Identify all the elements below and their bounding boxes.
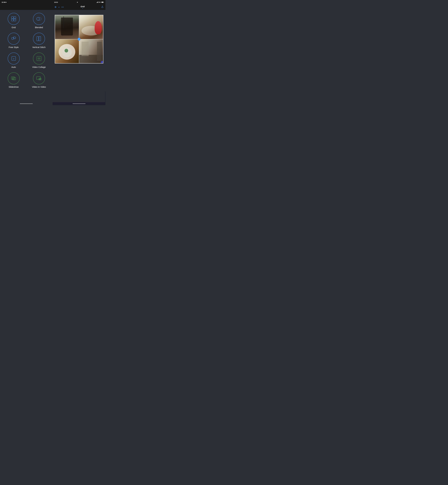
home-bar-right [72, 103, 86, 104]
svg-rect-7 [11, 37, 14, 40]
grid-icon-circle [8, 13, 20, 25]
mode-item-videoinvideo[interactable]: Video in Video [27, 72, 51, 88]
blended-label: Blended [35, 26, 43, 29]
freestyle-icon-circle [8, 33, 20, 45]
signal-bar-1 [96, 2, 97, 3]
header-bar: ⚙ ‹ ••• Grid ∨ [53, 4, 105, 10]
svg-rect-4 [14, 19, 16, 21]
bottom-toolbar: Photo Layout Shape [105, 91, 105, 102]
mode-item-verticalstitch[interactable]: Vertical Stitch [27, 33, 51, 49]
header-title-chevron[interactable]: ∨ [82, 8, 83, 9]
collage-divider-dot[interactable] [78, 38, 80, 40]
mode-selector-panel: Grid Blended [0, 10, 53, 91]
mode-item-videocollage[interactable]: Video Collage [27, 53, 51, 68]
slideshow-icon-circle [8, 72, 20, 84]
collage-cell-2 [79, 15, 103, 39]
header-title-text: Grid [80, 6, 85, 8]
mode-item-blended[interactable]: Blended [27, 13, 51, 29]
collage-preview [55, 15, 103, 64]
mode-item-freestyle[interactable]: Free Style [2, 33, 25, 49]
collage-preview-panel [53, 10, 105, 91]
verticalstitch-label: Vertical Stitch [32, 46, 46, 49]
settings-icon[interactable]: ⚙ [55, 6, 56, 8]
slideshow-icon [11, 75, 17, 81]
collage-cell-1 [55, 15, 79, 39]
left-time: 10:06 [2, 1, 5, 3]
signal-bar-2 [97, 2, 97, 3]
mode-item-slideshow[interactable]: Slideshow [2, 72, 25, 88]
signal-bars [96, 2, 98, 3]
home-indicator-left [0, 102, 53, 105]
left-status-bar: 10:06 ▶ [0, 0, 53, 4]
videoinvideo-icon [36, 75, 42, 81]
home-indicator-right [53, 102, 105, 105]
left-location-icon: ▶ [6, 2, 7, 3]
verticalstitch-icon [36, 36, 42, 42]
header-left-icons: ⚙ ‹ ••• [55, 6, 64, 9]
mode-grid: Grid Blended [2, 13, 51, 88]
left-bottom-spacer [0, 91, 53, 102]
signal-bar-4 [98, 2, 98, 3]
right-status-icons: 4G [96, 1, 104, 3]
auto-label: Auto [11, 66, 16, 68]
mode-item-auto[interactable]: a Auto [2, 53, 25, 68]
freestyle-icon [11, 36, 17, 42]
collage-cell-4 [79, 39, 103, 63]
svg-rect-9 [37, 37, 39, 41]
videoinvideo-label: Video in Video [32, 86, 46, 88]
freestyle-label: Free Style [9, 46, 19, 49]
grid-icon [11, 16, 17, 22]
blended-icon-circle [33, 13, 45, 25]
svg-marker-19 [13, 78, 14, 79]
svg-rect-3 [11, 19, 14, 21]
home-bar-left [20, 103, 33, 104]
right-status-bar: 10:01 ▶ 4G [53, 0, 105, 4]
videocollage-icon-circle [33, 53, 45, 64]
more-options-icon[interactable]: ••• [61, 6, 64, 8]
right-location-icon: ▶ [77, 2, 78, 3]
grid-label: Grid [12, 26, 16, 29]
svg-marker-15 [39, 58, 40, 59]
svg-rect-2 [14, 17, 16, 19]
blended-icon [36, 16, 42, 22]
auto-icon-circle: a [8, 53, 20, 64]
battery-icon [101, 2, 104, 3]
collage-cell-3 [55, 39, 79, 63]
videoinvideo-icon-circle [33, 72, 45, 84]
mode-item-grid[interactable]: Grid [2, 13, 25, 29]
videocollage-icon [36, 56, 42, 62]
right-time: 10:01 [54, 1, 58, 3]
verticalstitch-icon-circle [33, 33, 45, 45]
videocollage-label: Video Collage [32, 66, 46, 68]
slideshow-label: Slideshow [9, 86, 19, 88]
main-layout: Grid Blended [0, 10, 105, 91]
svg-rect-1 [11, 17, 14, 19]
back-icon[interactable]: ‹ [58, 6, 59, 9]
left-header-spacer [0, 4, 53, 10]
network-label: 4G [99, 1, 101, 3]
header-title-group: Grid ∨ [80, 6, 85, 9]
svg-rect-10 [39, 37, 41, 41]
svg-text:a: a [13, 57, 14, 60]
auto-icon: a [11, 56, 17, 62]
share-icon[interactable] [101, 6, 104, 8]
signal-bar-3 [97, 2, 98, 3]
collage-corner-dot[interactable] [101, 61, 103, 64]
